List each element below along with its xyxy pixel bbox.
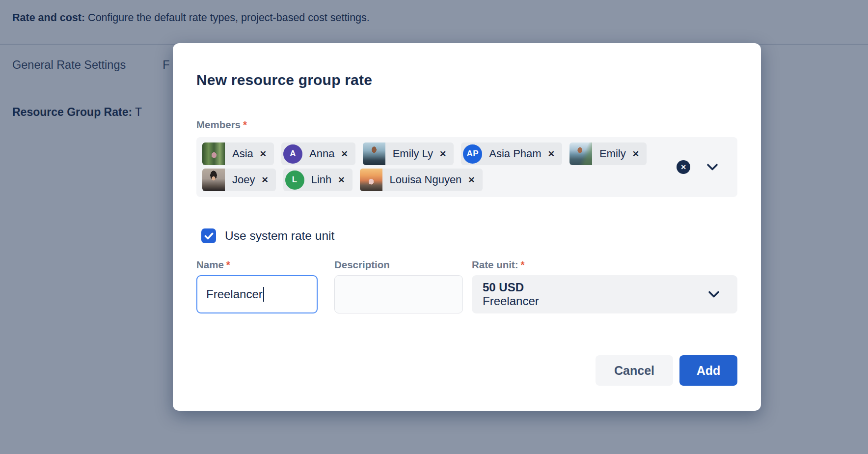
avatar-initials: A <box>283 144 302 164</box>
description-input[interactable] <box>334 275 463 313</box>
members-label: Members* <box>196 119 737 131</box>
rate-unit-chevron-down-icon <box>708 291 720 298</box>
member-chip-linh: L Linh ✕ <box>283 169 353 191</box>
cancel-button[interactable]: Cancel <box>596 355 673 386</box>
field-inputs-row: Freelancer 50 USD Freelancer <box>196 275 737 313</box>
system-rate-checkbox-label[interactable]: Use system rate unit <box>225 229 334 243</box>
member-chip-emily-ly: Emily Ly ✕ <box>363 142 454 165</box>
rate-unit-select[interactable]: 50 USD Freelancer <box>472 275 737 313</box>
avatar-photo <box>360 169 382 191</box>
system-rate-unit-row: Use system rate unit <box>201 228 737 243</box>
clear-all-members-icon[interactable]: ✕ <box>677 160 690 174</box>
rate-unit-value: 50 USD <box>483 281 737 294</box>
rate-unit-name: Freelancer <box>483 294 737 308</box>
dialog-actions: Cancel Add <box>196 355 737 386</box>
required-asterisk: * <box>521 259 525 270</box>
member-chip-anna: A Anna ✕ <box>281 142 355 165</box>
members-label-text: Members <box>196 119 241 130</box>
dialog-title: New resource group rate <box>196 72 737 88</box>
name-input[interactable]: Freelancer <box>196 275 318 313</box>
member-name: Louisa Nguyen <box>390 173 462 186</box>
members-multiselect-field[interactable]: Asia ✕ A Anna ✕ Emily Ly ✕ AP Asia Pham … <box>196 137 737 197</box>
members-chevron-down-icon[interactable] <box>706 164 718 171</box>
new-resource-group-rate-dialog: New resource group rate Members* Asia ✕ … <box>173 43 761 411</box>
avatar-photo <box>202 142 225 165</box>
remove-member-icon[interactable]: ✕ <box>341 149 348 159</box>
add-button[interactable]: Add <box>679 355 737 386</box>
remove-member-icon[interactable]: ✕ <box>338 175 345 185</box>
system-rate-checkbox[interactable] <box>201 228 216 243</box>
remove-member-icon[interactable]: ✕ <box>468 175 475 185</box>
member-name: Emily <box>599 147 626 160</box>
member-chip-joey: Joey ✕ <box>202 169 276 191</box>
member-name: Joey <box>232 173 255 186</box>
remove-member-icon[interactable]: ✕ <box>261 175 268 185</box>
required-asterisk: * <box>243 119 247 130</box>
remove-member-icon[interactable]: ✕ <box>548 149 555 159</box>
name-label-text: Name <box>196 259 224 270</box>
name-label: Name* <box>196 259 318 271</box>
field-labels-row: Name* Description Rate unit:* <box>196 259 737 271</box>
member-name: Emily Ly <box>393 147 433 160</box>
member-chip-emily: Emily ✕ <box>570 142 647 165</box>
member-name: Anna <box>309 147 334 160</box>
rate-unit-label: Rate unit:* <box>472 259 737 271</box>
avatar-photo <box>570 142 592 165</box>
member-chip-asia-pham: AP Asia Pham ✕ <box>461 142 562 165</box>
name-input-value: Freelancer <box>206 287 263 301</box>
member-chip-louisa-nguyen: Louisa Nguyen ✕ <box>360 169 483 191</box>
avatar-initials: AP <box>463 144 482 164</box>
member-name: Asia <box>232 147 253 160</box>
remove-member-icon[interactable]: ✕ <box>439 149 446 159</box>
rate-unit-label-text: Rate unit: <box>472 259 518 270</box>
avatar-photo <box>363 142 385 165</box>
remove-member-icon[interactable]: ✕ <box>632 149 639 159</box>
avatar-initials: L <box>285 170 304 190</box>
required-asterisk: * <box>226 259 230 270</box>
member-name: Linh <box>311 173 332 186</box>
member-chip-asia: Asia ✕ <box>202 142 274 165</box>
avatar-photo <box>202 169 225 191</box>
member-name: Asia Pham <box>489 147 541 160</box>
description-label: Description <box>334 259 463 271</box>
text-caret <box>263 287 264 302</box>
member-chip-list: Asia ✕ A Anna ✕ Emily Ly ✕ AP Asia Pham … <box>202 142 664 191</box>
remove-member-icon[interactable]: ✕ <box>260 149 267 159</box>
